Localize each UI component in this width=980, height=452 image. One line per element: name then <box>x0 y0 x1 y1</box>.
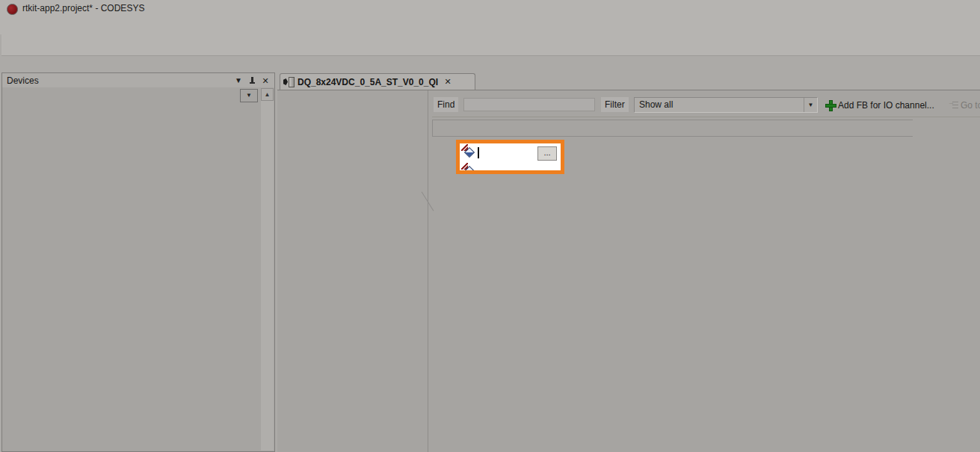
editor-tab-label: DQ_8x24VDC_0_5A_ST_V0_0_QI <box>298 77 438 87</box>
pin-icon[interactable] <box>246 75 258 86</box>
title-bar: rtkit-app2.project* - CODESYS <box>0 0 980 18</box>
goto-icon <box>948 101 958 110</box>
devices-tree: ▼ ▲ <box>1 87 275 452</box>
nav-divider <box>428 90 428 452</box>
devices-panel-header[interactable]: Devices ▼ ✕ <box>1 72 275 89</box>
chevron-down-icon[interactable]: ▼ <box>804 98 817 112</box>
window-title: rtkit-app2.project* - CODESYS <box>22 3 144 13</box>
variable-edit-field[interactable] <box>481 146 533 159</box>
add-fb-button[interactable]: Add FB for IO channel... <box>825 97 934 113</box>
main-toolbar <box>1 34 980 56</box>
scroll-up-icon[interactable]: ▲ <box>261 88 274 101</box>
goto-label: Go to in <box>961 100 980 111</box>
find-input[interactable] <box>463 98 595 111</box>
editor-tab-strip: DQ_8x24VDC_0_5A_ST_V0_0_QI ✕ <box>277 72 980 90</box>
editor-tab[interactable]: DQ_8x24VDC_0_5A_ST_V0_0_QI ✕ <box>280 73 475 90</box>
device-dropdown-button[interactable]: ▼ <box>240 89 258 102</box>
text-caret <box>478 147 479 158</box>
browse-button[interactable]: ... <box>537 146 557 161</box>
filter-value: Show all <box>639 99 673 110</box>
menu-bar <box>0 18 980 34</box>
codesys-logo-icon <box>7 4 18 15</box>
filter-dropdown[interactable]: Show all ▼ <box>634 97 818 113</box>
close-tab-icon[interactable]: ✕ <box>443 77 453 87</box>
active-editor-indicator <box>277 93 280 176</box>
module-icon <box>283 76 295 87</box>
find-label: Find <box>434 97 458 112</box>
filter-label: Filter <box>601 97 629 112</box>
devices-panel: Devices ▼ ✕ ▼ ▲ <box>1 72 275 452</box>
close-panel-icon[interactable]: ✕ <box>259 75 271 86</box>
codesys-window: rtkit-app2.project* - CODESYS Devices ▼ … <box>0 0 980 452</box>
input-channel-icon <box>463 146 474 157</box>
devices-panel-title: Devices <box>7 75 39 86</box>
variable-edit-highlight: ... <box>456 140 564 174</box>
input-channel-icon <box>463 164 474 174</box>
editor-area: DQ_8x24VDC_0_5A_ST_V0_0_QI ✕ Find Filter… <box>277 72 980 452</box>
devices-scrollbar[interactable]: ▲ <box>261 88 274 451</box>
panel-menu-icon[interactable]: ▼ <box>232 75 244 86</box>
goto-instance-button[interactable]: Go to in <box>948 97 980 113</box>
add-fb-label: Add FB for IO channel... <box>838 100 934 111</box>
add-plus-icon <box>825 100 835 110</box>
table-header <box>432 120 913 137</box>
find-filter-bar: Find Filter Show all ▼ Add FB for IO cha… <box>432 94 980 117</box>
